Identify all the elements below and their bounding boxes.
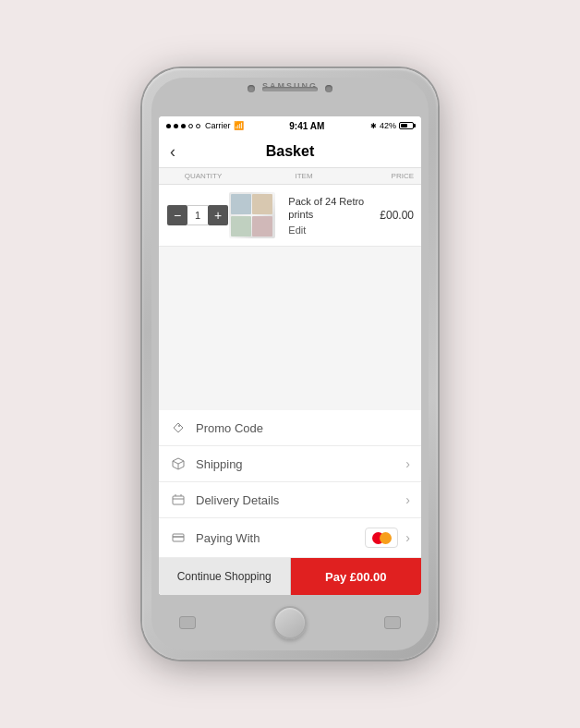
delivery-label: Delivery Details bbox=[196, 493, 405, 507]
item-details: Pack of 24 Retro prints Edit bbox=[281, 195, 374, 237]
promo-code-row[interactable]: Promo Code bbox=[159, 410, 421, 446]
col-header-item: ITEM bbox=[240, 172, 368, 180]
table-header: QUANTITY ITEM PRICE bbox=[159, 168, 421, 185]
decrease-qty-button[interactable]: − bbox=[167, 205, 187, 225]
bottom-section: Promo Code Shipping › bbox=[159, 410, 421, 595]
status-time: 9:41 AM bbox=[289, 121, 324, 131]
photo-thumb-2 bbox=[252, 194, 272, 214]
mastercard-circles bbox=[372, 532, 392, 544]
svg-rect-2 bbox=[173, 534, 184, 541]
menu-hardware-btn bbox=[384, 616, 401, 629]
item-image bbox=[229, 192, 275, 238]
screen: Carrier 📶 9:41 AM ✱ 42% ‹ Basket bbox=[159, 116, 421, 595]
paying-with-label: Paying With bbox=[196, 531, 365, 545]
status-right: ✱ 42% bbox=[370, 121, 414, 130]
page-title: Basket bbox=[266, 143, 314, 160]
wifi-icon: 📶 bbox=[234, 121, 244, 130]
back-hardware-btn bbox=[179, 616, 196, 629]
item-name: Pack of 24 Retro prints bbox=[288, 195, 367, 222]
speaker bbox=[262, 87, 318, 91]
signal-dot-3 bbox=[181, 124, 186, 128]
nav-bar: ‹ Basket bbox=[159, 135, 421, 168]
signal-dot-2 bbox=[174, 124, 178, 128]
empty-cart-area bbox=[159, 247, 421, 410]
pay-button[interactable]: Pay £00.00 bbox=[291, 558, 422, 595]
status-left: Carrier 📶 bbox=[166, 121, 244, 130]
item-image-inner bbox=[229, 192, 275, 238]
photo-thumb-1 bbox=[231, 194, 251, 214]
shipping-row[interactable]: Shipping › bbox=[159, 446, 421, 482]
signal-dot-1 bbox=[166, 124, 171, 128]
shipping-label: Shipping bbox=[196, 457, 405, 471]
front-camera bbox=[248, 85, 255, 92]
mastercard-badge bbox=[365, 528, 398, 548]
photo-thumb-3 bbox=[231, 216, 251, 237]
svg-rect-1 bbox=[173, 496, 184, 504]
bluetooth-icon: ✱ bbox=[370, 122, 377, 130]
shipping-right: › bbox=[405, 456, 410, 471]
action-buttons: Continue Shopping Pay £00.00 bbox=[159, 558, 421, 595]
edit-link[interactable]: Edit bbox=[288, 224, 367, 236]
item-price: £00.00 bbox=[374, 209, 414, 222]
payment-icon bbox=[170, 529, 187, 546]
increase-qty-button[interactable]: + bbox=[208, 205, 228, 225]
cart-item-row: Pack of 24 Retro prints Edit bbox=[229, 192, 374, 238]
back-button[interactable]: ‹ bbox=[170, 143, 175, 160]
svg-point-0 bbox=[178, 425, 180, 427]
status-bar: Carrier 📶 9:41 AM ✱ 42% bbox=[159, 116, 421, 135]
content-area: QUANTITY ITEM PRICE − 1 + bbox=[159, 168, 421, 595]
delivery-icon bbox=[170, 491, 187, 508]
col-header-quantity: QUANTITY bbox=[166, 172, 240, 180]
battery-icon bbox=[399, 122, 414, 129]
promo-label: Promo Code bbox=[196, 421, 410, 435]
payment-chevron: › bbox=[405, 530, 410, 545]
home-button[interactable] bbox=[273, 606, 307, 639]
col-header-price: PRICE bbox=[368, 172, 414, 180]
battery-percent: 42% bbox=[380, 121, 396, 130]
battery-fill bbox=[401, 124, 407, 127]
delivery-row[interactable]: Delivery Details › bbox=[159, 482, 421, 518]
phone-inner: Carrier 📶 9:41 AM ✱ 42% ‹ Basket bbox=[151, 78, 429, 650]
carrier-label: Carrier bbox=[205, 121, 231, 130]
mc-orange-circle bbox=[380, 532, 392, 544]
camera-area bbox=[248, 85, 332, 92]
quantity-control: − 1 + bbox=[166, 205, 229, 225]
quantity-value: 1 bbox=[187, 205, 208, 225]
sensor bbox=[325, 85, 332, 92]
shipping-icon bbox=[170, 455, 187, 472]
paying-with-right: › bbox=[365, 528, 410, 548]
photo-thumb-4 bbox=[252, 216, 272, 237]
delivery-chevron: › bbox=[405, 492, 410, 507]
shipping-chevron: › bbox=[405, 456, 410, 471]
paying-with-row[interactable]: Paying With › bbox=[159, 518, 421, 558]
signal-dot-5 bbox=[196, 124, 200, 128]
phone-device: SAMSUNG Carrier 📶 9:41 AM bbox=[142, 68, 438, 660]
promo-icon bbox=[170, 419, 187, 436]
cart-item: − 1 + bbox=[159, 185, 421, 247]
delivery-right: › bbox=[405, 492, 410, 507]
signal-dot-4 bbox=[188, 124, 193, 128]
phone-bottom-controls bbox=[179, 606, 401, 639]
continue-shopping-button[interactable]: Continue Shopping bbox=[159, 558, 291, 595]
